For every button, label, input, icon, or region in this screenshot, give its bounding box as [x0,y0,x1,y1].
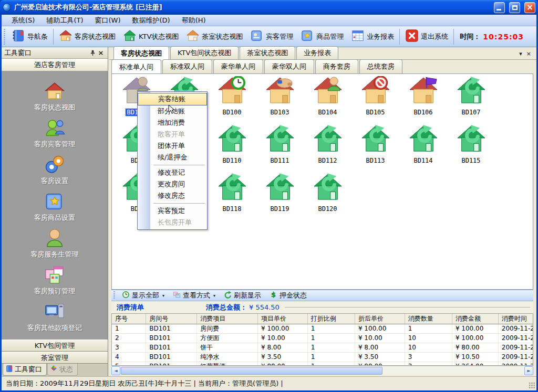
context-menu-item-11[interactable]: 宾客预定 [138,205,207,217]
context-menu-item-5[interactable]: 续/退押金 [138,152,207,163]
sidebar-item-1[interactable]: 客房宾客管理 [2,118,108,149]
room-type-tab-3[interactable]: 豪华双人间 [264,59,314,73]
context-menu-item-4[interactable]: 团体开单 [138,140,207,152]
toolbar-button-0-g0[interactable]: 导航条 [8,28,51,46]
tab-2[interactable]: 茶室状态视图 [240,46,295,59]
room-type-tab-5[interactable]: 总统套房 [359,59,402,73]
room-icon-vacant[interactable] [352,124,399,155]
room-icon-vacant[interactable] [304,124,351,155]
room-icon-flagged[interactable] [400,76,447,107]
room-icon-vacant[interactable] [256,124,303,155]
menu-item-4[interactable]: 帮助(H) [176,15,212,26]
action-button-1[interactable]: 查看方式▾ [169,291,220,300]
room-icon-vacant[interactable] [448,76,494,107]
room-BD103[interactable]: BD103 [256,76,303,116]
column-header-1[interactable]: 房间号 [146,314,197,324]
room-icon-vacant[interactable] [400,124,447,155]
tab-3[interactable]: 业务报表 [296,46,338,59]
tab-dropdown-icon[interactable]: ▾ [519,50,522,57]
room-BD111[interactable]: BD111 [256,124,303,165]
column-header-2[interactable]: 消费项目 [197,314,258,324]
room-BD118[interactable]: BD118 [209,173,255,213]
table-row[interactable]: 2BD101方便面¥ 10.001¥ 10.0010¥ 100.002009-1… [112,333,533,343]
column-header-5[interactable]: 折后单价 [355,314,405,324]
toolbar-button-4-g1[interactable]: 商品管理 [297,28,347,46]
room-BD115[interactable]: BD115 [448,124,494,165]
maximize-button[interactable] [509,2,520,13]
sidebar-item-2[interactable]: 客房设置 [2,154,108,186]
room-BD119[interactable]: BD119 [256,173,303,213]
room-type-tab-2[interactable]: 豪华单人间 [213,59,263,73]
close-panel-icon[interactable]: × [97,49,105,57]
scrollbar-thumb[interactable] [121,367,382,375]
room-icon-vacant[interactable] [209,173,255,203]
menu-item-1[interactable]: 辅助工具(T) [40,15,89,26]
dropdown-arrow-icon[interactable]: ▾ [213,293,215,298]
minimize-button[interactable] [494,2,505,13]
context-menu-item-7[interactable]: 修改登记 [138,167,207,178]
room-icon-clock[interactable] [209,76,255,107]
toolbar-button-5-g1[interactable]: 业务报表 [347,28,398,46]
column-header-6[interactable]: 消费数量 [405,314,452,324]
dropdown-arrow-icon[interactable]: ▾ [162,293,164,298]
context-menu-item-2[interactable]: 增加消费 [138,117,207,129]
column-header-8[interactable]: 消费时间 [498,314,533,324]
horizontal-scrollbar[interactable]: ◄ ► [111,366,533,375]
room-BD105[interactable]: BD105 [352,76,399,116]
context-menu-item-8[interactable]: 更改房间 [138,178,207,190]
menu-item-2[interactable]: 窗口(W) [89,15,127,26]
room-icon-vacant[interactable] [304,173,351,203]
tab-0[interactable]: 客房状态视图 [113,46,169,60]
sidebar-item-0[interactable]: 客房状态视图 [2,81,108,112]
context-menu-item-0[interactable]: 宾客结账 [138,93,207,105]
context-menu-item-9[interactable]: 修改房态 [138,190,207,202]
column-header-7[interactable]: 消费金额 [452,314,498,324]
column-header-0[interactable]: 序号 [112,314,146,324]
room-BD114[interactable]: BD114 [400,124,447,165]
table-row[interactable]: 4BD101纯净水¥ 3.501¥ 3.503¥ 10.502009-11-28… [112,352,533,362]
table-row[interactable]: 1BD101房间费¥ 100.001¥ 100.001¥ 100.002009-… [112,324,533,333]
action-button-3[interactable]: $押金状态 [265,291,311,300]
sidebar-bottom-tab-0[interactable]: 工具窗口 [3,364,47,376]
column-header-4[interactable]: 打折比例 [307,314,355,324]
action-button-2[interactable]: 刷新显示 [220,291,265,300]
sidebar-section-bar-1[interactable]: 茶室管理 [2,352,108,364]
toolbar-button-0-g2[interactable]: 退出系统 [401,28,452,46]
table-row[interactable]: 5BD101红葡萄酒¥ 88.001¥ 88.003¥ 264.002009-1… [112,362,533,366]
room-BD106[interactable]: BD106 [400,76,447,116]
sidebar-item-3[interactable]: 客房商品设置 [2,191,108,223]
room-BD112[interactable]: BD112 [304,124,351,165]
room-BD107[interactable]: BD107 [448,76,494,116]
sidebar-item-4[interactable]: 客房服务生管理 [2,228,108,259]
room-type-tab-0[interactable]: 标准单人间 [111,59,161,74]
room-icon-blocked[interactable] [352,76,399,107]
room-type-tab-1[interactable]: 标准双人间 [162,59,212,73]
tab-close-icon[interactable]: × [526,50,531,57]
room-icon-meeting[interactable] [256,76,303,107]
toolbar-button-2-g1[interactable]: 茶室状态视图 [182,28,246,46]
room-BD104[interactable]: BD104 [304,76,351,116]
room-icon-guest[interactable] [304,76,351,107]
column-header-3[interactable]: 项目单价 [257,314,307,324]
pin-icon[interactable] [88,49,97,57]
room-BD113[interactable]: BD113 [352,124,399,165]
sidebar-item-5[interactable]: 客房预订管理 [2,264,108,296]
toolbar-button-1-g1[interactable]: KTV状态视图 [119,28,182,46]
room-BD100[interactable]: BD100 [209,76,255,116]
table-row[interactable]: 3BD101饼干¥ 8.001¥ 8.0010¥ 80.002009-11-28… [112,343,533,352]
room-icon-vacant[interactable] [448,124,494,155]
scroll-left-button[interactable]: ◄ [111,366,120,375]
action-button-0[interactable]: 显示全部▾ [118,291,169,300]
sidebar-bottom-tab-1[interactable]: 状态 [47,364,78,376]
toolbar-button-3-g1[interactable]: 宾客管理 [246,28,297,46]
sidebar-item-6[interactable]: 客房其他款项登记 [2,301,108,333]
tab-1[interactable]: KTV包间状态视图 [170,46,239,59]
room-type-tab-4[interactable]: 商务套房 [315,59,358,73]
room-BD120[interactable]: BD120 [304,173,351,213]
menu-item-0[interactable]: 系统(S) [6,15,40,26]
sidebar-section-header[interactable]: 酒店客房管理 [2,59,108,71]
scroll-right-button[interactable]: ► [524,366,533,375]
menu-item-3[interactable]: 数据维护(D) [127,15,176,26]
room-BD110[interactable]: BD110 [209,124,255,165]
close-button[interactable]: × [524,2,535,13]
